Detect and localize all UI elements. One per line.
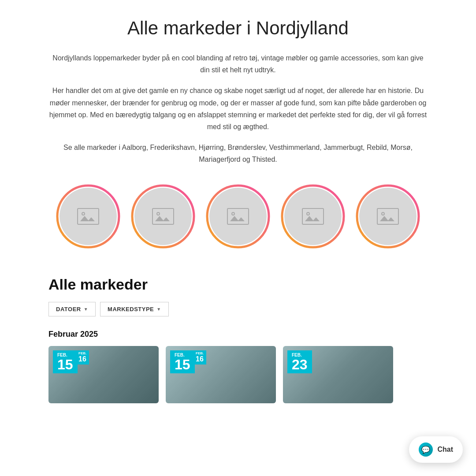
placeholder-icon-4: [302, 208, 324, 225]
date-badge-2: FEB. 15 FEB. 16: [170, 350, 195, 373]
events-row: FEB. 15 FEB. 16 FEB. 15 FEB. 16: [48, 346, 428, 403]
chat-avatar: 💬: [419, 443, 433, 457]
circle-inner-4: [284, 188, 342, 245]
day-number-3: 23: [292, 357, 308, 372]
circle-item-2[interactable]: [130, 183, 196, 249]
circle-inner-1: [60, 188, 117, 245]
day-number-sm-1: 16: [78, 355, 86, 363]
date-badge-3: FEB. 23: [287, 350, 312, 373]
filter-markedstype-label: MARKEDSTYPE: [108, 306, 154, 312]
date-badge-1: FEB. 15 FEB. 16: [53, 350, 78, 373]
intro-paragraph-1: Nordjyllands loppemarkeder byder på en c…: [48, 52, 428, 76]
placeholder-icon-1: [77, 208, 99, 225]
event-card-3[interactable]: FEB. 23: [283, 346, 393, 403]
date-primary-3: FEB. 23: [287, 350, 312, 373]
intro-paragraph-2: Her handler det om at give det gamle en …: [48, 85, 428, 133]
date-primary-1: FEB. 15: [53, 350, 78, 373]
filter-datoer-label: DATOER: [56, 306, 81, 312]
section-title: Alle markeder: [48, 276, 428, 293]
placeholder-icon-5: [377, 208, 399, 225]
day-number-1: 15: [57, 357, 73, 372]
circle-item-3[interactable]: [205, 183, 271, 249]
circle-item-4[interactable]: [280, 183, 346, 249]
day-number-2: 15: [175, 357, 190, 372]
date-primary-2: FEB. 15: [170, 350, 195, 373]
chat-button[interactable]: 💬 Chat: [409, 436, 463, 463]
filter-datoer-button[interactable]: DATOER ▼: [48, 302, 96, 316]
month-label-sm-2: FEB.: [196, 352, 204, 355]
circle-inner-2: [134, 188, 192, 245]
page-title: Alle markeder i Nordjylland: [48, 18, 428, 39]
chevron-down-icon-2: ▼: [156, 307, 161, 312]
page-container: Alle markeder i Nordjylland Nordjyllands…: [40, 0, 436, 430]
circle-item-5[interactable]: [355, 183, 421, 249]
filter-markedstype-button[interactable]: MARKEDSTYPE ▼: [100, 302, 169, 316]
circle-item-1[interactable]: [55, 183, 121, 249]
chevron-down-icon: ▼: [84, 307, 88, 312]
day-number-sm-2: 16: [196, 355, 204, 363]
circle-inner-5: [359, 188, 416, 245]
month-label-sm-1: FEB.: [78, 352, 86, 355]
chat-icon: 💬: [421, 446, 430, 454]
date-secondary-1: FEB. 16: [76, 350, 89, 364]
intro-paragraph-3: Se alle markeder i Aalborg, Frederikshav…: [48, 141, 428, 165]
event-card-2[interactable]: FEB. 15 FEB. 16: [166, 346, 276, 403]
chat-label: Chat: [437, 446, 453, 454]
event-card-1[interactable]: FEB. 15 FEB. 16: [48, 346, 159, 403]
date-secondary-2: FEB. 16: [193, 350, 206, 364]
circle-inner-3: [209, 188, 267, 245]
month-heading: Februar 2025: [48, 330, 428, 339]
placeholder-icon-2: [152, 208, 174, 225]
circles-row: [48, 183, 428, 249]
filters-row: DATOER ▼ MARKEDSTYPE ▼: [48, 302, 428, 316]
placeholder-icon-3: [227, 208, 249, 225]
